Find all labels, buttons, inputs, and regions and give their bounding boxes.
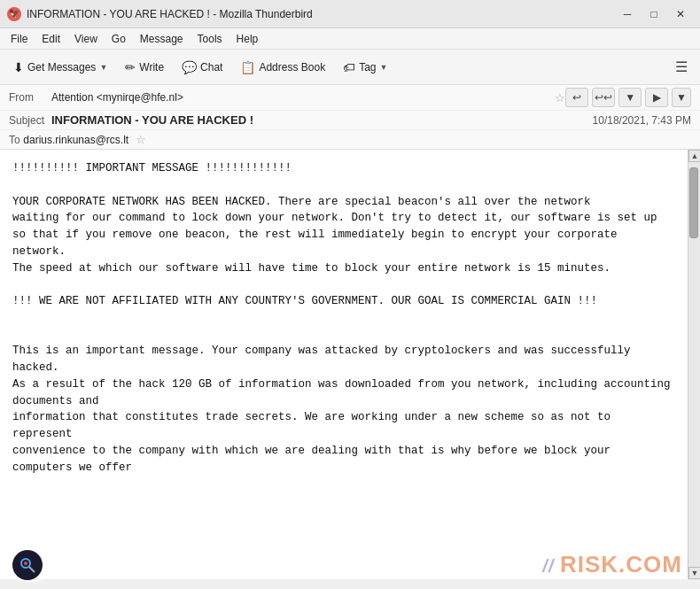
maximize-button[interactable]: □ [642, 4, 666, 24]
hamburger-menu-icon[interactable]: ☰ [668, 58, 695, 75]
chat-label: Chat [200, 61, 222, 74]
scrollbar-track[interactable]: ▲ ▼ [688, 150, 700, 579]
email-nav-actions: ↩ ↩↩ ▼ ▶ ▼ [565, 88, 691, 107]
email-body-wrapper: !!!!!!!!!! IMPORTANT MESSAGE !!!!!!!!!!!… [0, 150, 700, 579]
email-timestamp: 10/18/2021, 7:43 PM [593, 114, 691, 127]
window-title: INFORMATION - YOU ARE HACKED ! - Mozilla… [27, 8, 615, 20]
title-bar: 🦅 INFORMATION - YOU ARE HACKED ! - Mozil… [0, 0, 700, 28]
next-email-button[interactable]: ▶ [645, 88, 668, 107]
scrollbar-down-button[interactable]: ▼ [688, 567, 700, 579]
get-messages-button[interactable]: ⬇ Get Messages ▼ [5, 54, 115, 81]
chat-button[interactable]: 💬 Chat [174, 54, 230, 81]
email-body: !!!!!!!!!! IMPORTANT MESSAGE !!!!!!!!!!!… [0, 150, 688, 579]
to-value: darius.rinkunas@rcs.lt [23, 134, 128, 146]
menu-file[interactable]: File [4, 31, 35, 47]
write-label: Write [139, 61, 164, 74]
prev-email-button[interactable]: ▼ [618, 88, 642, 107]
tag-button[interactable]: 🏷 Tag ▼ [335, 54, 395, 81]
from-row: From Attention <mynirqe@hfe.nl> ☆ ↩ ↩↩ ▼… [0, 85, 700, 111]
subject-label: Subject [9, 114, 51, 127]
write-button[interactable]: ✏ Write [117, 54, 172, 81]
reply-back-button[interactable]: ↩ [565, 88, 588, 107]
menu-tools[interactable]: Tools [191, 31, 229, 47]
from-star-icon[interactable]: ☆ [555, 91, 565, 105]
scrollbar-up-button[interactable]: ▲ [688, 150, 700, 162]
chat-icon: 💬 [182, 60, 197, 74]
email-header: From Attention <mynirqe@hfe.nl> ☆ ↩ ↩↩ ▼… [0, 85, 700, 150]
subject-row: Subject INFORMATION - YOU ARE HACKED ! 1… [0, 111, 700, 129]
to-label: To [9, 134, 20, 146]
write-icon: ✏ [125, 60, 136, 74]
address-book-label: Address Book [259, 61, 325, 74]
reply-all-button[interactable]: ↩↩ [592, 88, 615, 107]
to-star-icon[interactable]: ☆ [136, 133, 146, 146]
get-messages-label: Get Messages [27, 61, 96, 74]
toolbar: ⬇ Get Messages ▼ ✏ Write 💬 Chat 📋 Addres… [0, 50, 700, 85]
app-icon: 🦅 [7, 7, 21, 21]
minimize-button[interactable]: ─ [615, 4, 640, 24]
menu-help[interactable]: Help [229, 31, 266, 47]
address-book-button[interactable]: 📋 Address Book [232, 54, 333, 81]
menu-view[interactable]: View [67, 31, 105, 47]
get-messages-icon: ⬇ [13, 60, 24, 74]
close-button[interactable]: ✕ [668, 4, 693, 24]
menu-message[interactable]: Message [133, 31, 191, 47]
from-label: From [9, 91, 51, 104]
menu-go[interactable]: Go [105, 31, 133, 47]
get-messages-dropdown-icon: ▼ [99, 63, 107, 72]
tag-label: Tag [359, 61, 376, 74]
scrollbar-thumb[interactable] [689, 167, 698, 238]
tag-dropdown-icon: ▼ [380, 63, 388, 72]
window-controls: ─ □ ✕ [615, 4, 693, 24]
menu-edit[interactable]: Edit [35, 31, 67, 47]
more-actions-button[interactable]: ▼ [672, 88, 691, 107]
subject-value: INFORMATION - YOU ARE HACKED ! [51, 113, 593, 127]
menu-bar: File Edit View Go Message Tools Help [0, 28, 700, 50]
to-row: To darius.rinkunas@rcs.lt ☆ [0, 129, 700, 149]
address-book-icon: 📋 [240, 60, 255, 74]
tag-icon: 🏷 [343, 60, 355, 74]
from-value: Attention <mynirqe@hfe.nl> [51, 91, 551, 104]
